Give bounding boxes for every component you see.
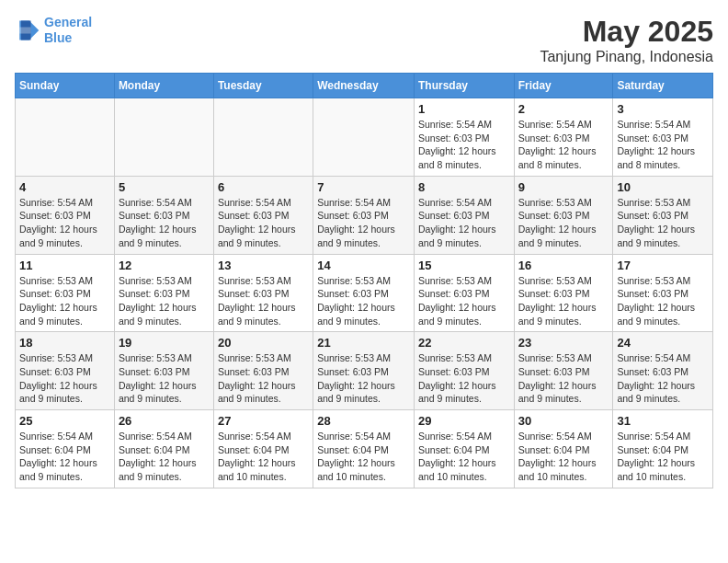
- calendar-cell: 31Sunrise: 5:54 AM Sunset: 6:04 PM Dayli…: [613, 410, 713, 488]
- svg-rect-3: [19, 27, 30, 33]
- day-info: Sunrise: 5:54 AM Sunset: 6:03 PM Dayligh…: [418, 196, 510, 250]
- calendar-cell: 16Sunrise: 5:53 AM Sunset: 6:03 PM Dayli…: [514, 254, 613, 332]
- day-number: 28: [317, 414, 410, 428]
- weekday-header-thursday: Thursday: [414, 74, 514, 98]
- day-info: Sunrise: 5:54 AM Sunset: 6:04 PM Dayligh…: [518, 430, 609, 484]
- day-info: Sunrise: 5:54 AM Sunset: 6:03 PM Dayligh…: [19, 196, 110, 250]
- logo-line2: Blue: [44, 30, 72, 45]
- day-info: Sunrise: 5:53 AM Sunset: 6:03 PM Dayligh…: [19, 274, 110, 328]
- calendar-week-row: 18Sunrise: 5:53 AM Sunset: 6:03 PM Dayli…: [16, 332, 713, 410]
- calendar-cell: 12Sunrise: 5:53 AM Sunset: 6:03 PM Dayli…: [114, 254, 213, 332]
- day-number: 4: [19, 180, 110, 194]
- day-number: 2: [518, 102, 609, 116]
- logo-text: General Blue: [44, 15, 92, 46]
- logo: General Blue: [15, 15, 92, 46]
- day-info: Sunrise: 5:53 AM Sunset: 6:03 PM Dayligh…: [317, 274, 410, 328]
- calendar-cell: 29Sunrise: 5:54 AM Sunset: 6:04 PM Dayli…: [414, 410, 514, 488]
- calendar-cell: 9Sunrise: 5:53 AM Sunset: 6:03 PM Daylig…: [514, 176, 613, 254]
- weekday-header-monday: Monday: [114, 74, 213, 98]
- day-info: Sunrise: 5:53 AM Sunset: 6:03 PM Dayligh…: [617, 196, 709, 250]
- day-info: Sunrise: 5:54 AM Sunset: 6:03 PM Dayligh…: [119, 196, 210, 250]
- day-number: 23: [518, 336, 609, 350]
- calendar-table: SundayMondayTuesdayWednesdayThursdayFrid…: [15, 73, 713, 488]
- day-number: 10: [617, 180, 709, 194]
- calendar-week-row: 1Sunrise: 5:54 AM Sunset: 6:03 PM Daylig…: [16, 98, 713, 177]
- day-number: 6: [218, 180, 309, 194]
- calendar-cell: 4Sunrise: 5:54 AM Sunset: 6:03 PM Daylig…: [16, 176, 115, 254]
- day-info: Sunrise: 5:54 AM Sunset: 6:03 PM Dayligh…: [418, 118, 510, 172]
- calendar-cell: 15Sunrise: 5:53 AM Sunset: 6:03 PM Dayli…: [414, 254, 514, 332]
- day-number: 15: [418, 259, 510, 272]
- day-number: 18: [19, 336, 110, 350]
- day-number: 26: [119, 414, 210, 428]
- calendar-cell: 26Sunrise: 5:54 AM Sunset: 6:04 PM Dayli…: [114, 410, 213, 488]
- weekday-header-wednesday: Wednesday: [313, 74, 415, 98]
- calendar-cell: 8Sunrise: 5:54 AM Sunset: 6:03 PM Daylig…: [414, 176, 514, 254]
- day-number: 17: [617, 259, 709, 272]
- weekday-header-row: SundayMondayTuesdayWednesdayThursdayFrid…: [16, 74, 713, 98]
- day-number: 20: [218, 336, 309, 350]
- calendar-cell: [16, 98, 115, 177]
- day-info: Sunrise: 5:54 AM Sunset: 6:04 PM Dayligh…: [19, 430, 110, 484]
- day-info: Sunrise: 5:53 AM Sunset: 6:03 PM Dayligh…: [317, 351, 410, 406]
- calendar-cell: 21Sunrise: 5:53 AM Sunset: 6:03 PM Dayli…: [313, 332, 415, 410]
- day-number: 8: [418, 180, 510, 194]
- day-info: Sunrise: 5:54 AM Sunset: 6:03 PM Dayligh…: [218, 196, 309, 250]
- day-info: Sunrise: 5:53 AM Sunset: 6:03 PM Dayligh…: [418, 274, 510, 328]
- day-number: 5: [119, 180, 210, 194]
- calendar-week-row: 11Sunrise: 5:53 AM Sunset: 6:03 PM Dayli…: [16, 254, 713, 332]
- day-info: Sunrise: 5:54 AM Sunset: 6:04 PM Dayligh…: [317, 430, 410, 484]
- day-number: 9: [518, 180, 609, 194]
- day-number: 24: [617, 336, 709, 350]
- calendar-week-row: 4Sunrise: 5:54 AM Sunset: 6:03 PM Daylig…: [16, 176, 713, 254]
- day-info: Sunrise: 5:54 AM Sunset: 6:04 PM Dayligh…: [617, 430, 709, 484]
- logo-icon: [15, 17, 40, 43]
- day-number: 13: [218, 259, 309, 272]
- day-number: 3: [617, 102, 709, 116]
- calendar-cell: [114, 98, 213, 177]
- calendar-cell: 30Sunrise: 5:54 AM Sunset: 6:04 PM Dayli…: [514, 410, 613, 488]
- calendar-subtitle: Tanjung Pinang, Indonesia: [540, 49, 713, 65]
- calendar-cell: 24Sunrise: 5:54 AM Sunset: 6:03 PM Dayli…: [613, 332, 713, 410]
- day-number: 31: [617, 414, 709, 428]
- calendar-title: May 2025: [540, 15, 713, 49]
- calendar-cell: 22Sunrise: 5:53 AM Sunset: 6:03 PM Dayli…: [414, 332, 514, 410]
- day-info: Sunrise: 5:53 AM Sunset: 6:03 PM Dayligh…: [119, 274, 210, 328]
- calendar-cell: 7Sunrise: 5:54 AM Sunset: 6:03 PM Daylig…: [313, 176, 415, 254]
- day-number: 27: [218, 414, 309, 428]
- title-block: May 2025 Tanjung Pinang, Indonesia: [540, 15, 713, 65]
- weekday-header-saturday: Saturday: [613, 74, 713, 98]
- calendar-cell: 18Sunrise: 5:53 AM Sunset: 6:03 PM Dayli…: [16, 332, 115, 410]
- calendar-cell: 20Sunrise: 5:53 AM Sunset: 6:03 PM Dayli…: [213, 332, 313, 410]
- calendar-cell: 3Sunrise: 5:54 AM Sunset: 6:03 PM Daylig…: [613, 98, 713, 177]
- calendar-cell: 14Sunrise: 5:53 AM Sunset: 6:03 PM Dayli…: [313, 254, 415, 332]
- calendar-cell: 17Sunrise: 5:53 AM Sunset: 6:03 PM Dayli…: [613, 254, 713, 332]
- day-number: 14: [317, 259, 410, 272]
- day-info: Sunrise: 5:54 AM Sunset: 6:03 PM Dayligh…: [317, 196, 410, 250]
- day-info: Sunrise: 5:53 AM Sunset: 6:03 PM Dayligh…: [518, 274, 609, 328]
- calendar-cell: 10Sunrise: 5:53 AM Sunset: 6:03 PM Dayli…: [613, 176, 713, 254]
- day-number: 21: [317, 336, 410, 350]
- day-number: 25: [19, 414, 110, 428]
- day-info: Sunrise: 5:54 AM Sunset: 6:03 PM Dayligh…: [617, 351, 709, 406]
- day-info: Sunrise: 5:53 AM Sunset: 6:03 PM Dayligh…: [218, 351, 309, 406]
- day-number: 29: [418, 414, 510, 428]
- day-number: 19: [119, 336, 210, 350]
- day-info: Sunrise: 5:53 AM Sunset: 6:03 PM Dayligh…: [119, 351, 210, 406]
- day-number: 1: [418, 102, 510, 116]
- calendar-cell: [213, 98, 313, 177]
- calendar-week-row: 25Sunrise: 5:54 AM Sunset: 6:04 PM Dayli…: [16, 410, 713, 488]
- calendar-cell: 2Sunrise: 5:54 AM Sunset: 6:03 PM Daylig…: [514, 98, 613, 177]
- day-info: Sunrise: 5:53 AM Sunset: 6:03 PM Dayligh…: [218, 274, 309, 328]
- calendar-cell: 27Sunrise: 5:54 AM Sunset: 6:04 PM Dayli…: [213, 410, 313, 488]
- day-info: Sunrise: 5:54 AM Sunset: 6:03 PM Dayligh…: [617, 118, 709, 172]
- calendar-cell: 6Sunrise: 5:54 AM Sunset: 6:03 PM Daylig…: [213, 176, 313, 254]
- calendar-cell: 13Sunrise: 5:53 AM Sunset: 6:03 PM Dayli…: [213, 254, 313, 332]
- calendar-cell: 28Sunrise: 5:54 AM Sunset: 6:04 PM Dayli…: [313, 410, 415, 488]
- page-header: General Blue May 2025 Tanjung Pinang, In…: [15, 15, 713, 65]
- calendar-cell: 23Sunrise: 5:53 AM Sunset: 6:03 PM Dayli…: [514, 332, 613, 410]
- day-number: 7: [317, 180, 410, 194]
- day-info: Sunrise: 5:53 AM Sunset: 6:03 PM Dayligh…: [518, 196, 609, 250]
- calendar-cell: 19Sunrise: 5:53 AM Sunset: 6:03 PM Dayli…: [114, 332, 213, 410]
- day-number: 30: [518, 414, 609, 428]
